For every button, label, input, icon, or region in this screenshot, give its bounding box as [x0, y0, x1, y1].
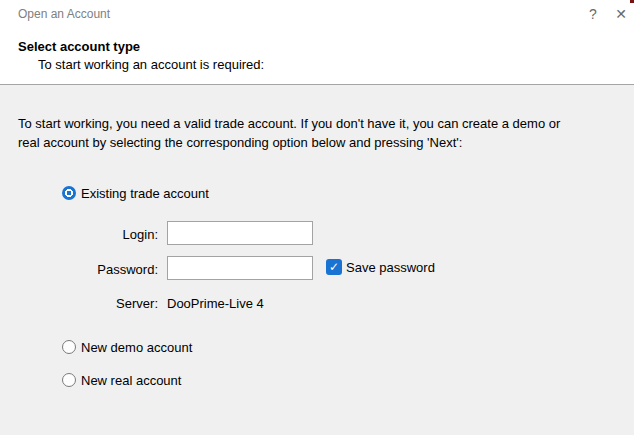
- save-password-checkbox[interactable]: ✓: [326, 259, 342, 275]
- titlebar: Open an Account ? ✕: [0, 0, 634, 28]
- page-subtitle: To start working an account is required:: [38, 57, 264, 72]
- server-value: DooPrime-Live 4: [167, 296, 264, 311]
- intro-text-line2: real account by selecting the correspond…: [18, 135, 462, 150]
- password-label: Password:: [88, 262, 158, 277]
- server-label: Server:: [88, 296, 158, 311]
- login-label: Login:: [88, 227, 158, 242]
- check-icon: ✓: [329, 260, 339, 274]
- window-title: Open an Account: [18, 7, 110, 21]
- intro-text-line1: To start working, you need a valid trade…: [18, 116, 560, 131]
- radio-new-real-account[interactable]: [62, 373, 76, 387]
- radio-existing-trade-account-label[interactable]: Existing trade account: [81, 186, 209, 201]
- save-password-label[interactable]: Save password: [346, 260, 435, 275]
- wizard-header: Select account type To start working an …: [0, 28, 634, 85]
- radio-existing-trade-account[interactable]: [62, 186, 76, 200]
- close-button[interactable]: ✕: [606, 0, 634, 28]
- corner-artifact: [630, 0, 634, 3]
- radio-new-demo-account[interactable]: [62, 340, 76, 354]
- page-title: Select account type: [18, 39, 140, 54]
- password-input[interactable]: [167, 256, 313, 280]
- help-button[interactable]: ?: [578, 0, 608, 28]
- open-account-dialog: Open an Account ? ✕ Select account type …: [0, 0, 634, 435]
- radio-new-demo-account-label[interactable]: New demo account: [81, 340, 192, 355]
- login-input[interactable]: [167, 221, 313, 245]
- radio-new-real-account-label[interactable]: New real account: [81, 373, 181, 388]
